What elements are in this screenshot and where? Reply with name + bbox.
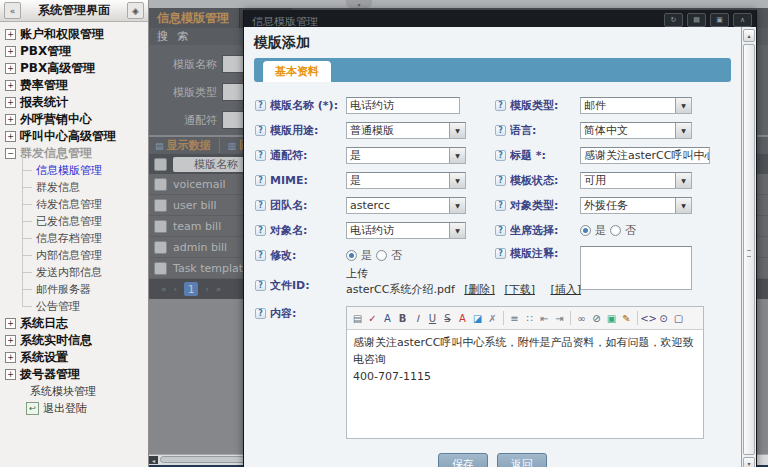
text-color-icon[interactable]: A	[456, 310, 469, 326]
modal-scrollbar[interactable]: ▴ ▾	[741, 27, 756, 467]
help-icon[interactable]: ?	[255, 100, 266, 111]
object-type-select[interactable]: 外拨任务 ▼	[580, 197, 692, 214]
toolbar-separator[interactable]	[570, 311, 571, 325]
sidebar-item-announcements[interactable]: 公告管理	[0, 298, 148, 315]
bg-color-icon[interactable]: ◪	[471, 310, 484, 326]
sidebar-item-callcenter-advanced[interactable]: + 呼叫中心高级管理	[0, 128, 148, 145]
template-type-select[interactable]: 邮件 ▼	[580, 97, 692, 114]
sidebar-item-pbx[interactable]: + PBX管理	[0, 43, 148, 60]
sidebar-item-system-realtime[interactable]: + 系统实时信息	[0, 332, 148, 349]
insert-link[interactable]: [插入]	[550, 283, 581, 296]
font-icon[interactable]: A	[381, 310, 394, 326]
team-name-select[interactable]: astercc ▼	[346, 197, 466, 214]
radio-yes[interactable]	[580, 225, 591, 236]
toolbar-separator[interactable]	[637, 311, 638, 325]
sidebar-item-system-modules[interactable]: 系统模块管理	[0, 383, 148, 400]
expand-icon[interactable]: +	[5, 131, 16, 142]
expand-icon[interactable]: ↩	[26, 402, 39, 415]
expand-icon[interactable]: +	[5, 29, 16, 40]
dropdown-arrow-icon[interactable]: ▼	[449, 148, 465, 163]
expand-icon[interactable]: +	[5, 114, 16, 125]
dropdown-arrow-icon[interactable]: ▼	[449, 198, 465, 213]
hscroll-thumb[interactable]	[160, 456, 248, 463]
mime-select[interactable]: 是 ▼	[346, 172, 466, 189]
refresh-button[interactable]: ↻	[664, 13, 683, 27]
upload-link[interactable]: 上传	[346, 267, 368, 280]
sidebar-item-system-log[interactable]: + 系统日志	[0, 315, 148, 332]
edit-icon[interactable]: ✎	[620, 310, 633, 326]
restore-button[interactable]: ▤	[687, 13, 706, 27]
help-icon[interactable]: ?	[495, 225, 506, 236]
indent-icon[interactable]: ⇥	[553, 310, 566, 326]
radio-no[interactable]	[376, 250, 387, 261]
help-icon[interactable]: ?	[495, 125, 506, 136]
expand-icon[interactable]: +	[5, 63, 16, 74]
scroll-left-icon[interactable]: ◂	[149, 456, 158, 464]
source-icon[interactable]: ▤	[351, 310, 364, 326]
subject-input[interactable]: 感谢关注asterCC呼叫中心	[580, 147, 710, 164]
wildcard-select[interactable]: 是 ▼	[346, 147, 466, 164]
save-button[interactable]: 保存	[438, 453, 488, 467]
sidebar-collapse-icon[interactable]: «	[4, 2, 21, 19]
language-select[interactable]: 简体中文 ▼	[580, 122, 692, 139]
bold-icon[interactable]: B	[396, 310, 409, 326]
radio-yes[interactable]	[346, 250, 357, 261]
download-link[interactable]: [下载]	[504, 283, 535, 296]
expand-icon[interactable]: +	[5, 318, 16, 329]
delete-link[interactable]: [删除]	[464, 283, 495, 296]
sidebar-item-reports[interactable]: + 报表统计	[0, 94, 148, 111]
template-use-select[interactable]: 普通模版 ▼	[346, 122, 466, 139]
radio-no[interactable]	[610, 225, 621, 236]
dropdown-arrow-icon[interactable]: ▼	[675, 198, 691, 213]
help-icon[interactable]: ?	[255, 175, 266, 186]
sidebar-item-account-perms[interactable]: + 账户和权限管理	[0, 26, 148, 43]
strikethrough-icon[interactable]: S	[441, 310, 454, 326]
unlink-icon[interactable]: ⊘	[590, 310, 603, 326]
expand-icon[interactable]: +	[5, 46, 16, 57]
help-icon[interactable]: ?	[495, 200, 506, 211]
bullet-list-icon[interactable]: ∷	[523, 310, 536, 326]
outdent-icon[interactable]: ⇤	[538, 310, 551, 326]
dropdown-arrow-icon[interactable]: ▼	[449, 223, 465, 238]
minimize-button[interactable]: ▣	[710, 13, 729, 27]
expand-icon[interactable]: −	[5, 148, 16, 159]
help-icon[interactable]: ?	[255, 125, 266, 136]
expand-icon[interactable]: +	[5, 352, 16, 363]
preview-icon[interactable]: ⊙	[657, 310, 670, 326]
maximize-icon[interactable]: ▢	[672, 310, 685, 326]
object-name-select[interactable]: 电话约访 ▼	[346, 222, 466, 239]
help-icon[interactable]: ?	[495, 150, 506, 161]
sidebar-item-logout[interactable]: ↩ 退出登陆	[0, 400, 148, 417]
help-icon[interactable]: ?	[495, 175, 506, 186]
scrollbar-thumb[interactable]	[743, 44, 755, 455]
link-icon[interactable]: ∞	[575, 310, 588, 326]
dropdown-arrow-icon[interactable]: ▼	[449, 173, 465, 188]
sidebar-item-system-settings[interactable]: + 系统设置	[0, 349, 148, 366]
tab-basic-info[interactable]: 基本资料	[263, 61, 331, 82]
italic-icon[interactable]: I	[411, 310, 424, 326]
expand-icon[interactable]: +	[5, 369, 16, 380]
template-name-input[interactable]: 电话约访	[346, 97, 460, 114]
expand-icon[interactable]: +	[5, 335, 16, 346]
help-icon[interactable]: ?	[495, 248, 506, 259]
expand-icon[interactable]: +	[5, 80, 16, 91]
dropdown-arrow-icon[interactable]: ▼	[675, 173, 691, 188]
dropdown-arrow-icon[interactable]: ▼	[449, 123, 465, 138]
dropdown-arrow-icon[interactable]: ▼	[675, 123, 691, 138]
numbered-list-icon[interactable]: ≡	[508, 310, 521, 326]
code-icon[interactable]: <>	[642, 310, 655, 326]
spellcheck-icon[interactable]: ✓	[366, 310, 379, 326]
remove-format-icon[interactable]: ✗	[486, 310, 499, 326]
pin-icon[interactable]: ◈	[127, 2, 144, 19]
dropdown-arrow-icon[interactable]: ▼	[675, 98, 691, 113]
image-icon[interactable]: ▣	[605, 310, 618, 326]
help-icon[interactable]: ?	[495, 100, 506, 111]
expand-icon[interactable]: +	[5, 97, 16, 108]
collapse-button[interactable]: ∧	[733, 13, 752, 27]
back-button[interactable]: 返回	[497, 453, 547, 467]
editor-content[interactable]: 感谢关注asterCC呼叫中心系统，附件是产品资料，如有问题，欢迎致电咨询 40…	[347, 330, 703, 438]
sidebar-item-dialer[interactable]: + 拨号器管理	[0, 366, 148, 383]
sidebar-item-outbound-center[interactable]: + 外呼营销中心	[0, 111, 148, 128]
template-status-select[interactable]: 可用 ▼	[580, 172, 692, 189]
scroll-down-icon[interactable]: ▾	[743, 457, 755, 467]
